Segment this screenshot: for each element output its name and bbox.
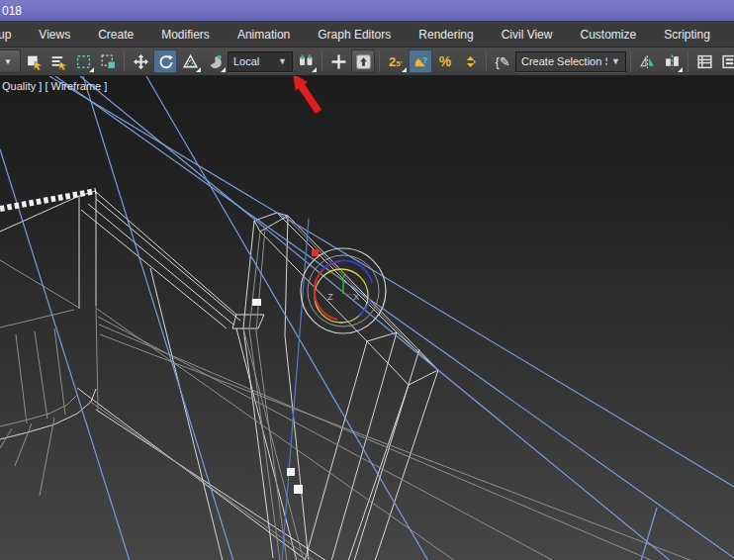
menu-item-rendering[interactable]: Rendering	[405, 22, 487, 47]
gizmo-z-label: Z	[327, 291, 333, 302]
select-by-name-icon	[50, 53, 67, 70]
angle-snap-icon: ?	[413, 53, 429, 70]
chevron-down-icon: ▼	[611, 56, 620, 66]
toolbar-flyout-handle[interactable]: ▼	[0, 49, 21, 73]
select-object-icon	[26, 53, 43, 70]
keyboard-shortcut-override-button[interactable]	[351, 49, 375, 73]
coord-system-value: Local	[233, 55, 274, 67]
layer-explorer-icon	[721, 53, 734, 70]
menu-item-content-partial[interactable]: Cont	[724, 22, 734, 47]
menu-item-modifiers[interactable]: Modifiers	[147, 22, 224, 47]
select-and-manipulate-button[interactable]	[326, 49, 350, 73]
named-selection-sets-icon: {✎	[495, 54, 509, 69]
rectangular-selection-region-button[interactable]	[71, 49, 95, 73]
spinner-snap-toggle-button[interactable]	[458, 49, 482, 73]
annotation-red-arrow	[293, 76, 321, 114]
rotate-icon	[157, 53, 174, 70]
gizmo-y-label: Y	[339, 272, 346, 283]
window-title: 018	[2, 4, 22, 18]
snap-toggle-25-button[interactable]: 25’	[384, 49, 408, 73]
selection-region-icon	[75, 53, 92, 70]
snap-25-icon: 25’	[389, 55, 403, 68]
menu-item-civil-view[interactable]: Civil View	[488, 22, 567, 47]
move-icon	[133, 53, 149, 70]
rotate-gizmo[interactable]: Y Z X	[301, 248, 386, 333]
toolbar-separator	[486, 50, 487, 72]
angle-snap-toggle-button[interactable]: ?	[409, 49, 432, 73]
viewport[interactable]: Quality ] [ Wireframe ] Y Z X	[0, 76, 734, 560]
scale-icon	[182, 53, 199, 70]
scene-explorer-icon	[696, 53, 713, 70]
chevron-down-icon: ▼	[4, 57, 12, 66]
toolbar-separator	[124, 50, 125, 72]
menu-item-scripting[interactable]: Scripting	[650, 22, 724, 47]
select-and-scale-button[interactable]	[178, 49, 202, 73]
window-title-bar[interactable]: 018	[0, 0, 734, 22]
select-and-place-button[interactable]	[203, 49, 227, 73]
gizmo-x-label: X	[353, 291, 360, 302]
toolbar-separator	[630, 50, 631, 72]
place-icon	[207, 53, 224, 70]
toolbar-separator	[321, 50, 322, 72]
menu-item-create[interactable]: Create	[84, 22, 147, 47]
window-crossing-icon	[100, 53, 117, 70]
mirror-button[interactable]	[635, 49, 659, 73]
edit-named-selection-sets-button[interactable]: {✎	[491, 49, 514, 73]
menu-bar: up Views Create Modifiers Animation Grap…	[0, 22, 734, 47]
percent-snap-toggle-button[interactable]: %	[433, 49, 457, 73]
window-crossing-toggle-button[interactable]	[96, 49, 120, 73]
named-selection-value: Create Selection Se	[521, 55, 607, 67]
pivot-point-center-icon	[297, 52, 315, 70]
select-object-button[interactable]	[22, 49, 46, 73]
select-and-rotate-button[interactable]	[153, 49, 177, 73]
viewport-canvas[interactable]: Y Z X	[0, 76, 734, 560]
menu-item-animation[interactable]: Animation	[224, 22, 304, 47]
vertex-markers	[252, 249, 319, 494]
align-icon	[664, 53, 681, 70]
toolbar-separator	[379, 50, 380, 72]
select-by-name-button[interactable]	[46, 49, 70, 73]
keyboard-override-icon	[355, 53, 372, 70]
mirror-icon	[639, 53, 656, 70]
toolbar-separator	[688, 50, 688, 72]
chevron-down-icon: ▼	[278, 56, 287, 66]
menu-item-views[interactable]: Views	[25, 22, 84, 47]
select-and-move-button[interactable]	[129, 49, 152, 73]
manipulate-icon	[330, 53, 347, 70]
main-toolbar: ▼	[0, 47, 734, 76]
menu-item-graph-editors[interactable]: Graph Editors	[304, 22, 405, 47]
spinner-snap-icon	[462, 53, 479, 70]
viewport-shading-label[interactable]: Quality ] [ Wireframe ]	[2, 80, 107, 92]
use-pivot-point-center-button[interactable]	[294, 49, 318, 73]
menu-item-group-partial[interactable]: up	[0, 22, 25, 47]
svg-text:?: ?	[422, 54, 427, 64]
named-selection-sets-combo[interactable]: Create Selection Se ▼	[515, 51, 626, 72]
toggle-layer-explorer-button[interactable]	[717, 49, 734, 73]
reference-coordinate-system-combo[interactable]: Local ▼	[228, 51, 293, 72]
percent-snap-icon: %	[439, 53, 451, 69]
align-button[interactable]	[660, 49, 684, 73]
menu-item-customize[interactable]: Customize	[566, 22, 650, 47]
toggle-scene-explorer-button[interactable]	[692, 49, 716, 73]
